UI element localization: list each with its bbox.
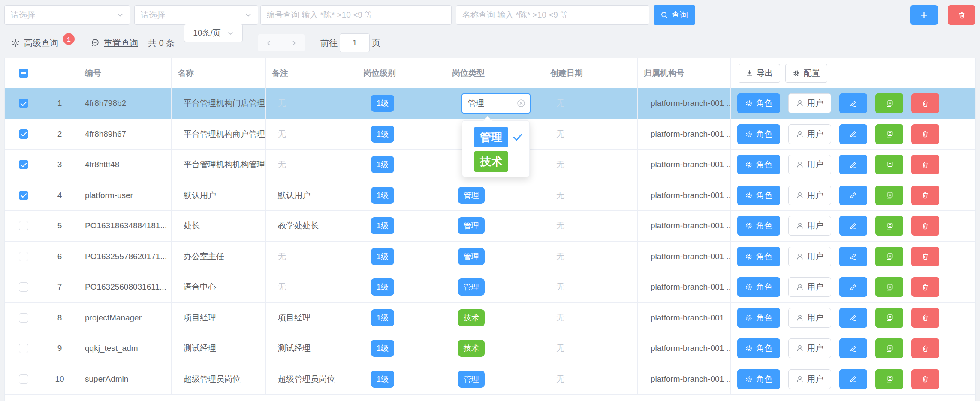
export-button[interactable]: 导出: [739, 64, 780, 83]
role-button[interactable]: 角色: [737, 186, 780, 205]
trash-icon: [921, 314, 929, 322]
chevron-left-icon: [265, 40, 272, 46]
goto-page-input[interactable]: [340, 33, 370, 52]
add-button[interactable]: [910, 5, 938, 25]
user-button[interactable]: 用户: [788, 308, 831, 328]
user-button[interactable]: 用户: [788, 369, 831, 389]
code-cell: PO16318634884181...: [77, 211, 172, 242]
copy-button[interactable]: [875, 338, 903, 358]
trash-icon: [921, 344, 929, 353]
copy-button[interactable]: [875, 93, 903, 113]
role-button[interactable]: 角色: [737, 93, 780, 113]
gear-icon: [745, 375, 753, 383]
edit-button[interactable]: [839, 155, 867, 174]
table-row: 5 PO16318634884181... 处长 教学处处长 1级 管理 管理 …: [5, 211, 975, 242]
row-checkbox[interactable]: [19, 221, 28, 230]
edit-button[interactable]: [839, 93, 867, 113]
delete-row-button[interactable]: [911, 155, 939, 174]
edit-button[interactable]: [839, 247, 867, 266]
role-button[interactable]: 角色: [737, 124, 780, 144]
row-checkbox[interactable]: [19, 252, 28, 261]
delete-row-button[interactable]: [911, 247, 939, 266]
user-button[interactable]: 用户: [788, 247, 831, 266]
config-button[interactable]: 配置: [785, 64, 827, 83]
user-button[interactable]: 用户: [788, 155, 831, 174]
role-button[interactable]: 角色: [737, 369, 780, 389]
reset-query-link[interactable]: 重置查询: [91, 37, 138, 49]
remark-cell: 无: [266, 272, 357, 303]
copy-button[interactable]: [875, 369, 903, 389]
name-cell: 超级管理员岗位: [172, 364, 266, 395]
edit-button[interactable]: [839, 124, 867, 144]
user-button[interactable]: 用户: [788, 338, 831, 358]
user-button[interactable]: 用户: [788, 124, 831, 144]
delete-row-button[interactable]: [911, 124, 939, 144]
delete-row-button[interactable]: [911, 216, 939, 236]
advanced-query-link[interactable]: 高级查询 1: [11, 37, 75, 49]
role-button[interactable]: 角色: [737, 277, 780, 297]
filter-select-1[interactable]: 请选择: [4, 5, 130, 25]
row-checkbox[interactable]: [19, 160, 28, 169]
delete-row-button[interactable]: [911, 369, 939, 389]
edit-button[interactable]: [839, 216, 867, 236]
copy-button[interactable]: [875, 247, 903, 266]
type-badge: 管理: [458, 217, 485, 234]
prev-page-button[interactable]: [258, 34, 280, 51]
edit-button[interactable]: [839, 369, 867, 389]
row-checkbox[interactable]: [19, 282, 28, 292]
clear-icon[interactable]: [517, 99, 525, 108]
advanced-query-label: 高级查询: [24, 37, 58, 49]
delete-row-button[interactable]: [911, 186, 939, 205]
dropdown-option-manage[interactable]: 管理: [474, 127, 529, 147]
next-page-button[interactable]: [283, 34, 305, 51]
delete-row-button[interactable]: [911, 338, 939, 358]
select-all-checkbox[interactable]: [19, 69, 28, 78]
copy-button[interactable]: [875, 186, 903, 205]
row-checkbox[interactable]: [19, 374, 28, 384]
level-badge: 1级: [371, 126, 394, 143]
copy-icon: [885, 191, 893, 199]
role-button[interactable]: 角色: [737, 247, 780, 266]
type-editor[interactable]: 管理: [461, 93, 531, 114]
user-button[interactable]: 用户: [788, 216, 831, 236]
delete-row-button[interactable]: [911, 93, 939, 113]
copy-button[interactable]: [875, 155, 903, 174]
total-count: 共 0 条: [148, 37, 175, 49]
user-button[interactable]: 用户: [788, 186, 831, 205]
row-checkbox[interactable]: [19, 313, 28, 323]
edit-button[interactable]: [839, 277, 867, 297]
page-size-select[interactable]: 10条/页: [184, 24, 243, 42]
delete-row-button[interactable]: [911, 308, 939, 328]
code-cell: 4fr8h89h67: [77, 119, 172, 150]
code-search-input[interactable]: [260, 5, 452, 25]
edit-button[interactable]: [839, 308, 867, 328]
delete-button[interactable]: [948, 5, 975, 25]
role-button[interactable]: 角色: [737, 308, 780, 328]
user-icon: [796, 161, 804, 168]
row-checkbox[interactable]: [19, 99, 28, 108]
row-checkbox[interactable]: [19, 344, 28, 353]
copy-button[interactable]: [875, 124, 903, 144]
delete-row-button[interactable]: [911, 277, 939, 297]
copy-button[interactable]: [875, 216, 903, 236]
role-button[interactable]: 角色: [737, 216, 780, 236]
edit-button[interactable]: [839, 338, 867, 358]
copy-button[interactable]: [875, 308, 903, 328]
row-checkbox[interactable]: [19, 129, 28, 139]
user-button[interactable]: 用户: [788, 93, 831, 113]
header-created: 创建日期: [544, 58, 638, 88]
gear-icon: [745, 222, 753, 230]
edit-button[interactable]: [839, 186, 867, 205]
name-search-input[interactable]: [456, 5, 649, 25]
role-button[interactable]: 角色: [737, 338, 780, 358]
copy-button[interactable]: [875, 277, 903, 297]
filter-select-2[interactable]: 请选择: [134, 5, 258, 25]
search-button-label: 查询: [672, 9, 688, 21]
user-button[interactable]: 用户: [788, 277, 831, 297]
dropdown-option-tech[interactable]: 技术: [474, 151, 529, 172]
search-button[interactable]: 查询: [654, 5, 695, 25]
role-button[interactable]: 角色: [737, 155, 780, 174]
goto-page-suffix: 页: [372, 37, 380, 49]
row-checkbox[interactable]: [19, 191, 28, 200]
level-badge: 1级: [371, 371, 394, 388]
